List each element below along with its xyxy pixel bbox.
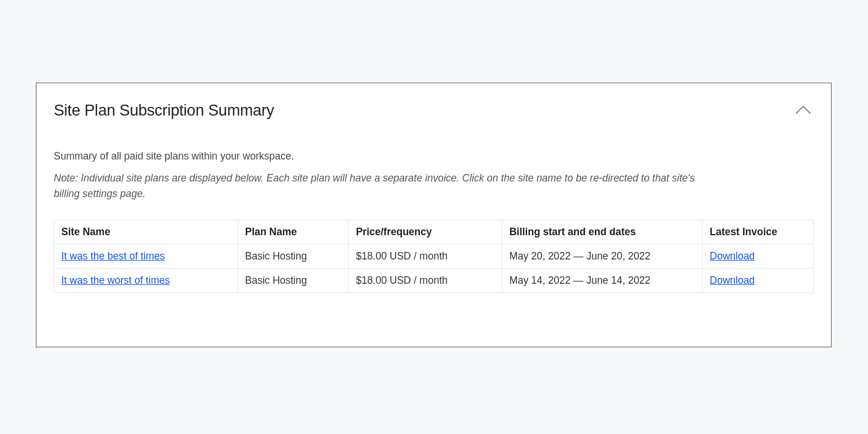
- collapse-toggle[interactable]: [795, 105, 811, 114]
- download-invoice-link[interactable]: Download: [710, 250, 755, 262]
- subscription-summary-panel: Site Plan Subscription Summary Summary o…: [36, 83, 832, 347]
- price-frequency-cell: $18.00 USD / month: [349, 268, 502, 292]
- billing-dates-cell: May 14, 2022 — June 14, 2022: [502, 268, 703, 292]
- site-name-link[interactable]: It was the best of times: [61, 250, 165, 262]
- col-header-site-name: Site Name: [54, 220, 238, 244]
- chevron-up-icon: [795, 105, 811, 114]
- download-invoice-link[interactable]: Download: [710, 275, 755, 286]
- table-row: It was the best of times Basic Hosting $…: [54, 244, 814, 268]
- col-header-billing-dates: Billing start and end dates: [502, 220, 703, 244]
- plan-name-cell: Basic Hosting: [238, 268, 349, 292]
- plans-table: Site Name Plan Name Price/frequency Bill…: [54, 220, 814, 293]
- table-row: It was the worst of times Basic Hosting …: [54, 268, 814, 292]
- summary-text: Summary of all paid site plans within yo…: [54, 149, 814, 164]
- site-name-link[interactable]: It was the worst of times: [61, 275, 170, 286]
- panel-title: Site Plan Subscription Summary: [54, 102, 274, 120]
- col-header-plan-name: Plan Name: [238, 220, 349, 244]
- price-frequency-cell: $18.00 USD / month: [349, 244, 502, 268]
- plan-name-cell: Basic Hosting: [238, 244, 349, 268]
- note-text: Note: Individual site plans are displaye…: [54, 170, 696, 201]
- col-header-price-frequency: Price/frequency: [349, 220, 502, 244]
- col-header-latest-invoice: Latest Invoice: [703, 220, 814, 244]
- billing-dates-cell: May 20, 2022 — June 20, 2022: [502, 244, 703, 268]
- panel-header: Site Plan Subscription Summary: [54, 102, 814, 120]
- table-header-row: Site Name Plan Name Price/frequency Bill…: [54, 220, 814, 244]
